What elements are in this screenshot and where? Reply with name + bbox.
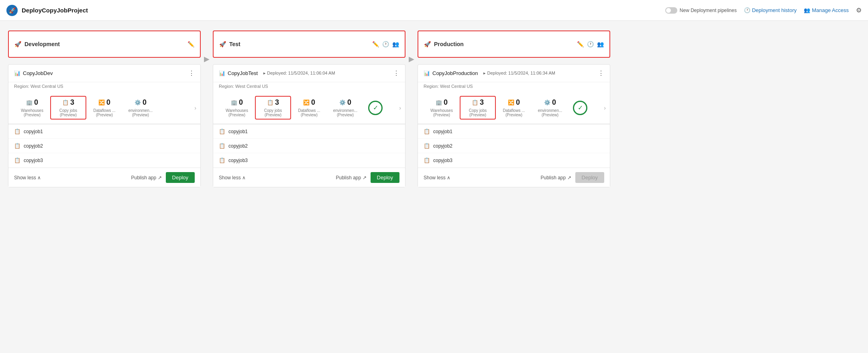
list-item-development-1[interactable]: 📋copyjob2 [8, 139, 200, 153]
metrics-arrow-development[interactable]: › [194, 105, 196, 111]
metrics-row-development: 🏢 0 Warehouses(Preview) 📋 3 Copy jobs(Pr… [8, 92, 200, 124]
menu-icon-production[interactable]: ⋮ [598, 69, 604, 77]
metric-item-development-3[interactable]: ⚙️ 0 environmen...(Preview) [122, 98, 159, 117]
menu-icon-test[interactable]: ⋮ [393, 69, 399, 77]
metric-label-production-2: Dataflows ...(Preview) [503, 108, 525, 117]
metric-item-test-3[interactable]: ⚙️ 0 environmen...(Preview) [327, 98, 363, 117]
list-item-development-0[interactable]: 📋copyjob1 [8, 124, 200, 139]
metric-count-development-1: 3 [70, 98, 74, 107]
metric-count-production-3: 0 [552, 98, 556, 107]
metric-item-production-3[interactable]: ⚙️ 0 environmen...(Preview) [532, 98, 568, 117]
metric-label-development-1: Copy jobs(Preview) [59, 108, 77, 117]
metrics-arrow-test[interactable]: › [399, 105, 401, 111]
stage-header-production: 🚀Production✏️🕐👥 [418, 30, 610, 58]
metric-count-development-2: 0 [106, 98, 110, 107]
users-icon-production[interactable]: 👥 [597, 41, 604, 47]
metric-count-test-2: 0 [311, 98, 315, 107]
deployed-info-production: ▸ Deployed: 11/5/2024, 11:06:34 AM [483, 71, 555, 76]
toggle-switch[interactable] [665, 7, 677, 14]
metric-item-test-0[interactable]: 🏢 0 Warehouses(Preview) [219, 98, 255, 117]
metric-label-test-2: Dataflows ...(Preview) [298, 108, 320, 117]
success-indicator-production: ✓ [573, 101, 587, 115]
history-icon-test[interactable]: 🕐 [382, 41, 389, 47]
metric-item-test-1[interactable]: 📋 3 Copy jobs(Preview) [255, 96, 291, 120]
show-less-label-production: Show less ∧ [424, 175, 450, 181]
metric-label-test-3: environmen...(Preview) [333, 108, 358, 117]
metric-label-development-2: Dataflows ...(Preview) [93, 108, 115, 117]
workspace-name-development: CopyJobDev [23, 70, 53, 76]
show-less-label-development: Show less ∧ [14, 175, 41, 181]
show-less-label-test: Show less ∧ [219, 175, 246, 181]
card-footer-production: Show less ∧Publish app ↗Deploy [418, 168, 610, 187]
card-footer-development: Show less ∧Publish app ↗Deploy [8, 168, 200, 187]
list-item-name-development-2: copyjob3 [24, 158, 43, 163]
metric-count-production-2: 0 [516, 98, 520, 107]
metric-count-test-3: 0 [347, 98, 351, 107]
deploy-button-production: Deploy [575, 172, 604, 183]
metric-label-test-1: Copy jobs(Preview) [264, 108, 282, 117]
edit-icon-development[interactable]: ✏️ [187, 41, 194, 47]
edit-icon-production[interactable]: ✏️ [577, 41, 584, 47]
items-list-production: 📋copyjob1📋copyjob2📋copyjob3 [418, 124, 610, 168]
metric-item-test-2[interactable]: 🔀 0 Dataflows ...(Preview) [291, 98, 327, 117]
list-item-name-development-1: copyjob2 [24, 143, 43, 149]
metric-item-production-1[interactable]: 📋 3 Copy jobs(Preview) [460, 96, 496, 120]
metric-item-development-0[interactable]: 🏢 0 Warehouses(Preview) [14, 98, 50, 117]
metrics-arrow-production[interactable]: › [604, 105, 606, 111]
metrics-row-production: 🏢 0 Warehouses(Preview) 📋 3 Copy jobs(Pr… [418, 92, 610, 124]
new-deployment-pipelines-toggle[interactable]: New Deployment pipelines [665, 7, 737, 14]
workspace-icon-test: 📊 [219, 70, 225, 76]
stage-name-test: Test [229, 41, 240, 47]
list-item-production-0[interactable]: 📋copyjob1 [418, 124, 610, 139]
app-title: DeployCopyJobProject [22, 7, 88, 14]
manage-access-button[interactable]: 👥 Manage Access [804, 7, 849, 13]
show-less-button-test[interactable]: Show less ∧ [219, 175, 246, 181]
publish-label-development: Publish app ↗ [131, 175, 161, 181]
show-less-button-development[interactable]: Show less ∧ [14, 175, 41, 181]
list-item-development-2[interactable]: 📋copyjob3 [8, 153, 200, 168]
show-less-button-production[interactable]: Show less ∧ [424, 175, 450, 181]
list-item-test-2[interactable]: 📋copyjob3 [213, 153, 405, 168]
list-item-production-2[interactable]: 📋copyjob3 [418, 153, 610, 168]
workspace-region-test: Region: West Central US [213, 82, 405, 92]
toggle-label: New Deployment pipelines [680, 8, 737, 13]
metric-icon-production-0: 🏢 [436, 99, 442, 105]
edit-icon-test[interactable]: ✏️ [372, 41, 379, 47]
list-item-icon-production-2: 📋 [424, 157, 430, 163]
top-bar-right: New Deployment pipelines 🕐 Deployment hi… [665, 6, 862, 14]
history-icon: 🕐 [744, 7, 750, 13]
list-item-icon-development-1: 📋 [14, 143, 20, 149]
metric-icon-development-3: ⚙️ [134, 99, 141, 105]
metric-icon-development-1: 📋 [62, 99, 69, 105]
metric-count-production-0: 0 [444, 98, 448, 107]
deployment-history-button[interactable]: 🕐 Deployment history [744, 7, 797, 13]
list-item-production-1[interactable]: 📋copyjob2 [418, 139, 610, 153]
metric-item-development-1[interactable]: 📋 3 Copy jobs(Preview) [50, 96, 86, 120]
list-item-name-development-0: copyjob1 [24, 129, 43, 134]
publish-app-button-production[interactable]: Publish app ↗ [540, 175, 571, 181]
settings-icon[interactable]: ⚙ [856, 6, 862, 14]
metric-item-production-0[interactable]: 🏢 0 Warehouses(Preview) [424, 98, 460, 117]
users-icon-test[interactable]: 👥 [392, 41, 399, 47]
workspace-icon-production: 📊 [424, 70, 430, 76]
workspace-card-production: 📊CopyJobProduction▸ Deployed: 11/5/2024,… [418, 64, 610, 187]
list-item-name-production-0: copyjob1 [433, 129, 452, 134]
deployed-info-test: ▸ Deployed: 11/5/2024, 11:06:04 AM [263, 71, 335, 76]
card-footer-test: Show less ∧Publish app ↗Deploy [213, 168, 405, 187]
metric-item-production-2[interactable]: 🔀 0 Dataflows ...(Preview) [496, 98, 532, 117]
history-icon-production[interactable]: 🕐 [587, 41, 594, 47]
menu-icon-development[interactable]: ⋮ [188, 69, 195, 77]
metric-label-development-0: Warehouses(Preview) [21, 108, 43, 117]
deploy-button-test[interactable]: Deploy [371, 172, 399, 183]
deploy-button-development[interactable]: Deploy [166, 172, 195, 183]
list-item-test-0[interactable]: 📋copyjob1 [213, 124, 405, 139]
publish-app-button-test[interactable]: Publish app ↗ [336, 175, 366, 181]
metric-count-development-3: 0 [143, 98, 147, 107]
metric-item-development-2[interactable]: 🔀 0 Dataflows ...(Preview) [86, 98, 122, 117]
metric-label-development-3: environmen...(Preview) [128, 108, 153, 117]
metric-count-production-1: 3 [480, 98, 484, 107]
workspace-name-production: CopyJobProduction [432, 70, 478, 76]
workspace-card-test: 📊CopyJobTest▸ Deployed: 11/5/2024, 11:06… [213, 64, 405, 187]
list-item-test-1[interactable]: 📋copyjob2 [213, 139, 405, 153]
publish-app-button-development[interactable]: Publish app ↗ [131, 175, 161, 181]
